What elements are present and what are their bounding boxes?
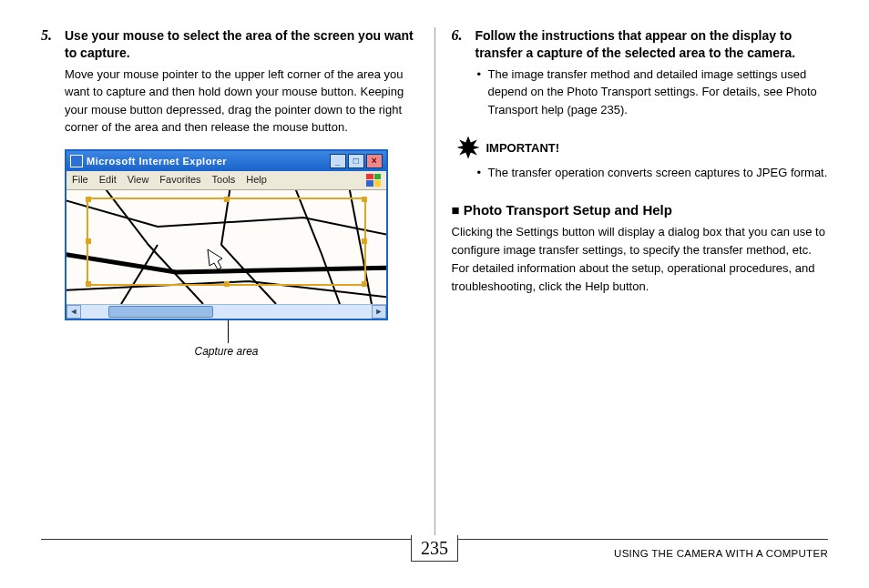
minimize-button[interactable]: _: [330, 154, 346, 168]
close-button[interactable]: ×: [366, 154, 383, 168]
scroll-right-button[interactable]: ►: [372, 305, 386, 319]
scroll-thumb[interactable]: [108, 306, 213, 318]
scroll-left-button[interactable]: ◄: [66, 305, 81, 319]
ie-titlebar: Microsoft Internet Explorer _ □ ×: [66, 151, 386, 171]
svg-marker-0: [456, 137, 479, 159]
scroll-track[interactable]: [81, 305, 372, 319]
horizontal-scrollbar[interactable]: ◄ ►: [66, 304, 386, 319]
ie-window: Microsoft Internet Explorer _ □ × File E…: [65, 149, 388, 320]
starburst-icon: [455, 135, 481, 160]
ie-title-text: Microsoft Internet Explorer: [87, 156, 328, 167]
caption-leader-line: [228, 320, 229, 343]
important-label: IMPORTANT!: [486, 141, 560, 155]
section-heading-text: Photo Transport Setup and Help: [464, 202, 672, 218]
menu-edit[interactable]: Edit: [99, 174, 117, 187]
step-5-body: Move your mouse pointer to the upper lef…: [65, 66, 418, 137]
step-5-number: 5.: [41, 27, 65, 137]
menu-help[interactable]: Help: [246, 174, 267, 187]
section-heading: ■ Photo Transport Setup and Help: [452, 202, 829, 218]
section-paragraph: Clicking the Settings button will displa…: [452, 223, 829, 297]
menu-view[interactable]: View: [128, 174, 149, 187]
step-6-bullet-1: The image transfer method and detailed i…: [475, 66, 829, 119]
capture-selection-rect: [87, 198, 366, 286]
ie-content-area: [66, 190, 386, 304]
ie-app-icon: [70, 155, 83, 167]
windows-logo-icon: [366, 174, 381, 187]
footer-section-title: USING THE CAMERA WITH A COMPUTER: [614, 548, 828, 559]
ie-menubar: File Edit View Favorites Tools Help: [66, 171, 386, 190]
capture-area-caption: Capture area: [65, 345, 388, 358]
maximize-button[interactable]: □: [348, 154, 364, 168]
step-6-heading: Follow the instructions that appear on t…: [475, 27, 829, 62]
menu-tools[interactable]: Tools: [212, 174, 236, 187]
section-marker: ■: [452, 202, 460, 218]
step-6-number: 6.: [452, 27, 475, 118]
menu-file[interactable]: File: [72, 174, 88, 187]
page-footer: 235 USING THE CAMERA WITH A COMPUTER: [0, 535, 869, 588]
page-number: 235: [411, 535, 458, 562]
menu-favorites[interactable]: Favorites: [159, 174, 200, 187]
step-5-heading: Use your mouse to select the area of the…: [65, 27, 418, 62]
important-bullet-1: The transfer operation converts screen c…: [475, 164, 829, 182]
